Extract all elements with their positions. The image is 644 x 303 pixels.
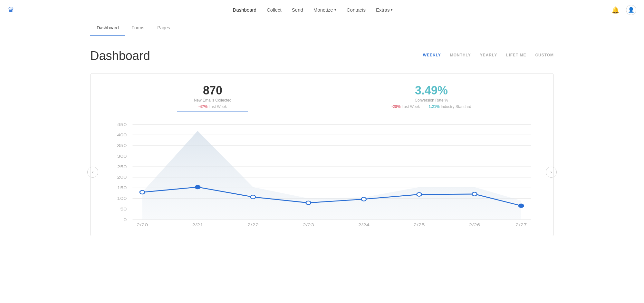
emails-change-pct: -47% <box>198 104 207 109</box>
svg-text:2/22: 2/22 <box>247 222 259 227</box>
filter-lifetime[interactable]: LIFETIME <box>506 53 526 59</box>
stat-conversion: 3.49% Conversion Rate % -28% Last Week 1… <box>322 84 541 109</box>
nav-link-extras[interactable]: Extras ▾ <box>376 7 393 13</box>
line-chart: 0 50 100 150 200 250 300 350 400 450 2/2… <box>103 117 541 227</box>
stats-row: 870 New Emails Collected -47% Last Week … <box>103 84 541 112</box>
svg-text:200: 200 <box>117 175 127 180</box>
emails-label: New Emails Collected <box>103 98 322 103</box>
page-title: Dashboard <box>90 49 150 63</box>
svg-point-35 <box>472 192 477 196</box>
svg-text:400: 400 <box>117 132 127 137</box>
conversion-number: 3.49% <box>322 84 541 97</box>
svg-point-29 <box>140 191 145 194</box>
svg-text:100: 100 <box>117 196 127 200</box>
svg-text:2/23: 2/23 <box>303 222 314 227</box>
svg-text:350: 350 <box>117 143 127 148</box>
chart-card: 870 New Emails Collected -47% Last Week … <box>90 73 554 236</box>
svg-text:450: 450 <box>117 122 127 127</box>
conversion-change: -28% Last Week 1.21% Industry Standard <box>322 104 541 109</box>
chevron-down-icon-2: ▾ <box>391 8 393 12</box>
nav-bar: ♛ Dashboard Collect Send Monetize ▾ Cont… <box>0 0 644 20</box>
user-icon: 👤 <box>626 5 636 15</box>
conversion-change-pct: -28% <box>391 104 400 109</box>
emails-tab-indicator <box>177 112 248 112</box>
nav-link-monetize[interactable]: Monetize ▾ <box>313 7 336 13</box>
svg-point-33 <box>361 197 366 201</box>
svg-text:2/25: 2/25 <box>413 222 425 227</box>
svg-point-31 <box>251 195 255 199</box>
logo: ♛ <box>8 6 14 14</box>
tab-forms[interactable]: Forms <box>125 20 151 36</box>
svg-text:2/20: 2/20 <box>137 222 148 227</box>
svg-text:2/21: 2/21 <box>192 222 203 227</box>
svg-point-30 <box>195 185 200 189</box>
svg-text:0: 0 <box>123 217 127 222</box>
chevron-down-icon: ▾ <box>334 8 336 12</box>
notifications-button[interactable]: 🔔 <box>611 6 620 14</box>
svg-text:300: 300 <box>117 154 127 158</box>
chevron-right-icon: › <box>550 169 552 175</box>
conversion-label: Conversion Rate % <box>322 98 541 103</box>
nav-link-send[interactable]: Send <box>292 7 303 13</box>
nav-link-collect[interactable]: Collect <box>267 7 282 13</box>
filter-custom[interactable]: CUSTOM <box>535 53 554 59</box>
stat-emails: 870 New Emails Collected -47% Last Week <box>103 84 322 112</box>
svg-text:2/26: 2/26 <box>469 222 480 227</box>
nav-link-contacts[interactable]: Contacts <box>347 7 366 13</box>
tab-dashboard[interactable]: Dashboard <box>90 20 125 36</box>
bell-icon: 🔔 <box>611 6 620 14</box>
emails-number: 870 <box>103 84 322 97</box>
svg-text:50: 50 <box>120 207 127 211</box>
filter-monthly[interactable]: MONTHLY <box>450 53 471 59</box>
main-content: Dashboard WEEKLY MONTHLY YEARLY LIFETIME… <box>0 36 644 249</box>
emails-change: -47% Last Week <box>103 104 322 109</box>
svg-point-34 <box>417 192 422 196</box>
chevron-left-icon: ‹ <box>92 169 93 175</box>
nav-link-dashboard[interactable]: Dashboard <box>233 7 256 13</box>
svg-point-32 <box>306 201 311 205</box>
user-profile-button[interactable]: 👤 <box>626 5 636 15</box>
chart-next-button[interactable]: › <box>546 167 557 178</box>
nav-right: 🔔 👤 <box>611 5 636 15</box>
svg-point-36 <box>519 204 524 208</box>
industry-pct: 1.21% <box>429 104 440 109</box>
sub-nav: Dashboard Forms Pages <box>0 20 644 36</box>
time-filters: WEEKLY MONTHLY YEARLY LIFETIME CUSTOM <box>423 53 554 59</box>
svg-marker-28 <box>142 131 521 220</box>
chart-prev-button[interactable]: ‹ <box>87 167 98 178</box>
svg-text:2/27: 2/27 <box>515 222 527 227</box>
svg-text:2/24: 2/24 <box>358 222 370 227</box>
dashboard-header: Dashboard WEEKLY MONTHLY YEARLY LIFETIME… <box>90 49 554 63</box>
filter-yearly[interactable]: YEARLY <box>480 53 497 59</box>
chart-area: ‹ › <box>103 117 541 227</box>
svg-text:250: 250 <box>117 164 127 169</box>
nav-links: Dashboard Collect Send Monetize ▾ Contac… <box>233 7 393 13</box>
tab-pages[interactable]: Pages <box>151 20 177 36</box>
filter-weekly[interactable]: WEEKLY <box>423 53 441 59</box>
svg-text:150: 150 <box>117 185 127 190</box>
